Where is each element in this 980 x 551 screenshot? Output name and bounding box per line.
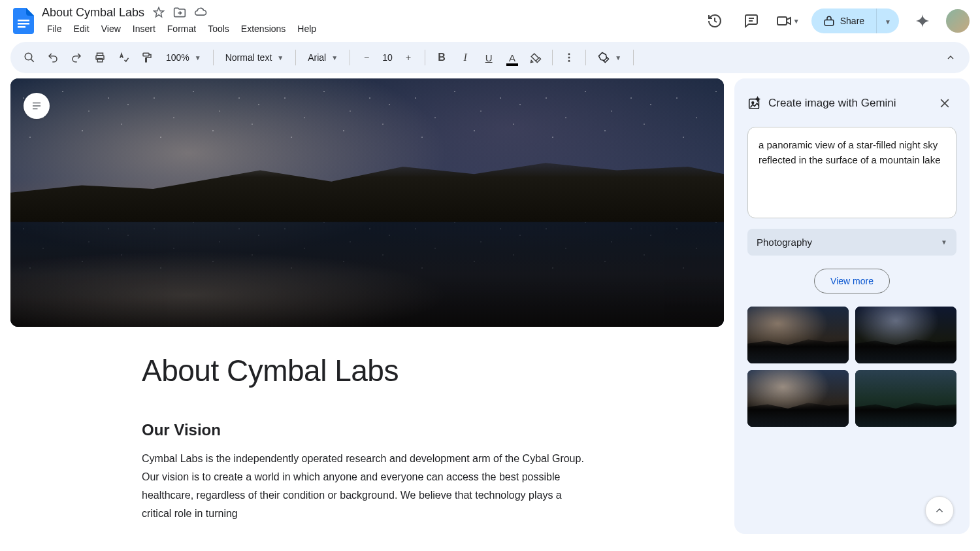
- paint-format-icon[interactable]: [136, 46, 158, 69]
- svg-rect-12: [143, 53, 149, 56]
- menu-view[interactable]: View: [96, 21, 126, 37]
- history-icon[interactable]: [702, 8, 728, 34]
- share-button-group: Share ▼: [811, 8, 899, 33]
- document-section-title[interactable]: Our Vision: [142, 421, 593, 439]
- result-thumbnail[interactable]: [855, 307, 956, 363]
- highlight-icon[interactable]: [525, 46, 547, 69]
- zoom-select[interactable]: 100%▼: [159, 46, 208, 69]
- separator: [633, 50, 634, 65]
- svg-rect-5: [777, 17, 787, 25]
- svg-rect-1: [18, 23, 29, 25]
- document-heading[interactable]: About Cymbal Labs: [142, 353, 593, 388]
- menu-file[interactable]: File: [42, 21, 67, 37]
- menu-format[interactable]: Format: [162, 21, 201, 37]
- svg-point-20: [752, 102, 754, 104]
- view-more-button[interactable]: View more: [814, 269, 890, 293]
- outline-toggle-icon[interactable]: [24, 93, 50, 119]
- meet-icon[interactable]: ▼: [775, 8, 801, 34]
- toolbar: 100%▼ Normal text▼ Arial▼ − 10 + B I U A…: [10, 42, 970, 73]
- gemini-icon[interactable]: [909, 8, 936, 34]
- bold-icon[interactable]: B: [431, 46, 453, 69]
- more-icon[interactable]: [558, 46, 580, 69]
- result-thumbnail[interactable]: [747, 370, 849, 427]
- document-title[interactable]: About Cymbal Labs: [42, 6, 144, 20]
- share-button[interactable]: Share: [811, 8, 876, 33]
- style-value: Photography: [757, 237, 812, 248]
- share-label: Share: [840, 16, 864, 26]
- result-thumbnail[interactable]: [855, 370, 956, 427]
- share-dropdown[interactable]: ▼: [876, 8, 899, 33]
- gemini-image-panel: Create image with Gemini a panoramic vie…: [734, 78, 970, 534]
- generate-image-icon: [747, 96, 762, 110]
- separator: [585, 50, 586, 65]
- svg-line-8: [31, 59, 34, 62]
- print-icon[interactable]: [89, 46, 111, 69]
- comment-icon[interactable]: [738, 8, 764, 34]
- star-icon[interactable]: [152, 6, 165, 19]
- close-icon[interactable]: [933, 92, 956, 115]
- italic-icon[interactable]: I: [454, 46, 476, 69]
- editing-mode-select[interactable]: ▼: [591, 46, 628, 69]
- separator: [295, 50, 296, 65]
- style-select[interactable]: Normal text▼: [219, 46, 290, 69]
- increase-font-icon[interactable]: +: [397, 46, 419, 69]
- prompt-textarea[interactable]: a panoramic view of a star-filled night …: [747, 127, 956, 218]
- svg-point-14: [568, 57, 570, 59]
- svg-point-7: [25, 53, 32, 60]
- style-select[interactable]: Photography ▼: [747, 229, 956, 256]
- separator: [425, 50, 425, 65]
- menu-insert[interactable]: Insert: [127, 21, 161, 37]
- search-icon[interactable]: [18, 46, 41, 69]
- separator: [552, 50, 553, 65]
- undo-icon[interactable]: [42, 46, 64, 69]
- result-thumbnail[interactable]: [747, 307, 849, 363]
- menu-help[interactable]: Help: [292, 21, 321, 37]
- menu-tools[interactable]: Tools: [203, 21, 235, 37]
- menu-extensions[interactable]: Extensions: [236, 21, 291, 37]
- font-select[interactable]: Arial▼: [301, 46, 344, 69]
- move-folder-icon[interactable]: [173, 6, 186, 19]
- chevron-down-icon: ▼: [941, 239, 947, 246]
- spellcheck-icon[interactable]: [112, 46, 135, 69]
- document-canvas[interactable]: About Cymbal Labs Our Vision Cymbal Labs…: [0, 78, 734, 544]
- menu-edit[interactable]: Edit: [69, 21, 95, 37]
- svg-rect-0: [18, 20, 29, 22]
- svg-rect-6: [825, 20, 834, 25]
- separator: [350, 50, 350, 65]
- svg-rect-2: [18, 26, 25, 28]
- panel-title: Create image with Gemini: [768, 97, 926, 110]
- cloud-status-icon[interactable]: [194, 6, 207, 19]
- underline-icon[interactable]: U: [478, 46, 500, 69]
- document-hero-image[interactable]: [10, 78, 724, 327]
- text-color-icon[interactable]: A: [501, 46, 523, 69]
- collapse-toolbar-icon[interactable]: [939, 46, 962, 69]
- redo-icon[interactable]: [65, 46, 88, 69]
- thumbnail-grid: [747, 307, 956, 427]
- font-size-value[interactable]: 10: [378, 52, 397, 63]
- decrease-font-icon[interactable]: −: [355, 46, 378, 69]
- separator: [213, 50, 214, 65]
- account-avatar[interactable]: [946, 9, 970, 33]
- svg-point-15: [568, 60, 570, 62]
- document-body-text[interactable]: Cymbal Labs is the independently operate…: [142, 450, 593, 523]
- docs-logo-icon[interactable]: [10, 8, 37, 34]
- menubar: File Edit View Insert Format Tools Exten…: [42, 21, 702, 37]
- scroll-top-button[interactable]: [925, 496, 954, 525]
- app-header: About Cymbal Labs File Edit View Insert …: [0, 0, 980, 42]
- svg-point-13: [568, 53, 570, 55]
